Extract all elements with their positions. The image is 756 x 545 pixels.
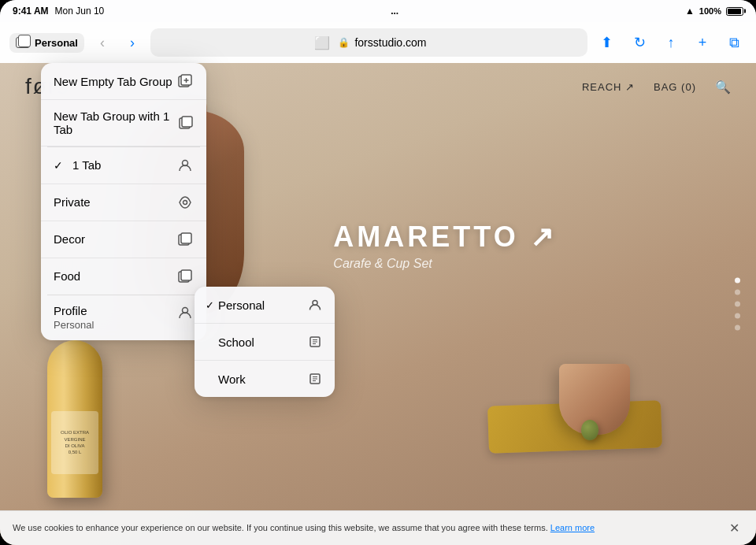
oil-bottle-label: OLIO EXTRAVERGINEDI OLIVA0,50 L bbox=[51, 411, 98, 474]
menu-item-new-tab-group-1-tab[interactable]: New Tab Group with 1 Tab bbox=[41, 100, 206, 146]
scroll-dot-3 bbox=[735, 302, 740, 307]
one-tab-person-icon bbox=[176, 157, 194, 174]
svg-rect-5 bbox=[182, 117, 192, 127]
status-time: 9:41 AM bbox=[13, 6, 49, 17]
profile-sub-dropdown: ✓ Personal School bbox=[195, 287, 335, 397]
back-icon: ‹ bbox=[100, 35, 105, 51]
new-tab-button[interactable]: + bbox=[690, 30, 715, 55]
tabs-icon: ⧉ bbox=[729, 35, 739, 51]
menu-item-decor[interactable]: Decor bbox=[41, 221, 206, 258]
new-empty-tab-group-label: New Empty Tab Group bbox=[54, 75, 172, 88]
personal-person-icon bbox=[306, 296, 324, 313]
product-name: AMARETTO ↗ bbox=[333, 221, 556, 254]
status-bar-left: 9:41 AM Mon Jun 10 bbox=[13, 6, 104, 17]
school-label: School bbox=[218, 336, 306, 349]
decor-icon bbox=[176, 231, 194, 248]
scroll-dot-1 bbox=[735, 278, 740, 284]
school-book-icon bbox=[306, 333, 324, 350]
toolbar-actions: ⬆ ↻ bbox=[594, 30, 652, 55]
bag-link[interactable]: BAG (0) bbox=[654, 81, 696, 93]
new-tab-group-icon bbox=[178, 114, 194, 132]
menu-item-private[interactable]: Private bbox=[41, 184, 206, 221]
new-empty-tab-group-icon bbox=[176, 72, 194, 90]
share-icon: ↑ bbox=[668, 35, 675, 51]
lock-icon: 🔒 bbox=[338, 37, 350, 48]
profile-title-label: Profile bbox=[54, 304, 94, 317]
profile-section: Profile Personal ✓ Personal bbox=[41, 295, 206, 340]
cookie-text: We use cookies to enhance your experienc… bbox=[13, 522, 718, 534]
scroll-dot-5 bbox=[735, 325, 740, 331]
profile-person-icon bbox=[176, 304, 194, 321]
reach-link[interactable]: REACH ↗ bbox=[582, 81, 635, 93]
decor-label: Decor bbox=[54, 232, 85, 246]
airdrop-button[interactable]: ⬆ bbox=[594, 30, 619, 55]
cookie-close-button[interactable]: ✕ bbox=[724, 519, 743, 538]
forward-button[interactable]: › bbox=[120, 31, 144, 54]
personal-check: ✓ bbox=[206, 299, 218, 311]
website-nav-links: REACH ↗ BAG (0) 🔍 bbox=[582, 80, 731, 95]
browser-toolbar: Personal ‹ › ⬜ 🔒 forsstudio.com ⬆ ↻ ↑ + bbox=[0, 22, 756, 63]
work-book-icon bbox=[306, 370, 324, 387]
food-icon bbox=[176, 268, 194, 285]
status-dots: ... bbox=[391, 6, 398, 17]
wifi-icon: ▲ bbox=[685, 6, 695, 17]
sub-menu-item-school[interactable]: School bbox=[195, 324, 335, 361]
sub-menu-item-personal[interactable]: ✓ Personal bbox=[195, 287, 335, 324]
url-display: forsstudio.com bbox=[354, 36, 426, 49]
tab-switcher-button[interactable]: Personal bbox=[9, 33, 84, 53]
sub-menu-item-work[interactable]: Work bbox=[195, 361, 335, 397]
menu-item-new-empty-tab-group[interactable]: New Empty Tab Group bbox=[41, 63, 206, 100]
svg-point-7 bbox=[183, 200, 187, 204]
status-bar: 9:41 AM Mon Jun 10 ... ▲ 100% bbox=[0, 0, 756, 22]
reload-button[interactable]: ↻ bbox=[627, 30, 652, 55]
oil-bottle: OLIO EXTRAVERGINEDI OLIVA0,50 L bbox=[47, 340, 102, 498]
svg-rect-9 bbox=[181, 233, 191, 243]
cookie-banner: We use cookies to enhance your experienc… bbox=[0, 510, 756, 545]
profile-name-label: Personal bbox=[35, 37, 78, 49]
oil-bottle-text: OLIO EXTRAVERGINEDI OLIVA0,50 L bbox=[61, 429, 89, 456]
menu-item-food[interactable]: Food bbox=[41, 258, 206, 295]
search-icon[interactable]: 🔍 bbox=[715, 80, 731, 95]
svg-rect-11 bbox=[181, 270, 191, 280]
browser-shell: 9:41 AM Mon Jun 10 ... ▲ 100% Personal ‹… bbox=[0, 0, 756, 545]
profile-subtitle-label: Personal bbox=[54, 319, 94, 331]
personal-label: Personal bbox=[218, 298, 306, 312]
one-tab-label: 1 Tab bbox=[72, 158, 170, 172]
profile-info: Profile Personal bbox=[54, 304, 94, 331]
forward-icon: › bbox=[130, 35, 135, 51]
olive-fruit bbox=[581, 420, 598, 440]
new-tab-group-label: New Tab Group with 1 Tab bbox=[54, 109, 178, 136]
menu-item-profile[interactable]: Profile Personal bbox=[41, 295, 206, 340]
airdrop-icon: ⬆ bbox=[601, 34, 613, 51]
scroll-indicators bbox=[735, 278, 740, 331]
tab-group-dropdown: New Empty Tab Group New Tab Group with 1… bbox=[41, 63, 206, 340]
product-subtitle: Carafe & Cup Set bbox=[333, 257, 556, 271]
private-label: Private bbox=[54, 195, 91, 209]
monitor-icon: ⬜ bbox=[311, 32, 333, 54]
status-bar-right: ▲ 100% bbox=[685, 6, 743, 17]
battery-indicator bbox=[726, 7, 743, 16]
cookie-learn-more[interactable]: Learn more bbox=[550, 523, 595, 532]
address-bar[interactable]: ⬜ 🔒 forsstudio.com bbox=[150, 28, 587, 57]
scroll-dot-4 bbox=[735, 313, 740, 319]
scroll-dot-2 bbox=[735, 290, 740, 295]
reload-icon: ↻ bbox=[634, 34, 646, 51]
battery-fill bbox=[728, 9, 741, 14]
tabs-button[interactable]: ⧉ bbox=[721, 30, 747, 55]
share-button[interactable]: ↑ bbox=[658, 30, 684, 55]
battery-percentage: 100% bbox=[699, 6, 721, 16]
private-icon bbox=[176, 194, 194, 211]
food-label: Food bbox=[54, 269, 80, 283]
product-title-area: AMARETTO ↗ Carafe & Cup Set bbox=[333, 221, 556, 271]
one-tab-check: ✓ bbox=[54, 159, 66, 172]
status-day: Mon Jun 10 bbox=[55, 6, 105, 17]
tab-switcher-icon bbox=[16, 37, 30, 48]
back-button[interactable]: ‹ bbox=[91, 31, 114, 54]
plus-icon: + bbox=[699, 35, 707, 51]
work-label: Work bbox=[218, 373, 306, 386]
menu-item-1-tab[interactable]: ✓ 1 Tab bbox=[41, 147, 206, 184]
